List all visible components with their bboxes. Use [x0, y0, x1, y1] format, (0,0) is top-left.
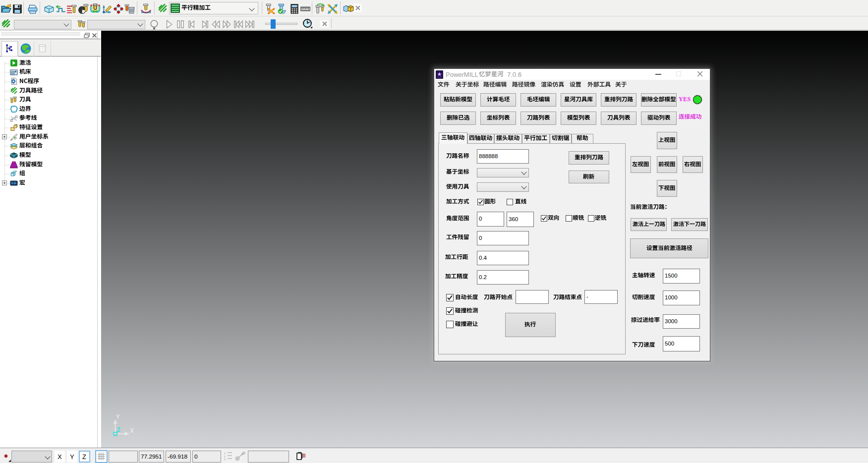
svg-text:X: X: [130, 427, 134, 434]
svg-text:Y: Y: [116, 413, 120, 420]
svg-text:z: z: [224, 458, 226, 460]
